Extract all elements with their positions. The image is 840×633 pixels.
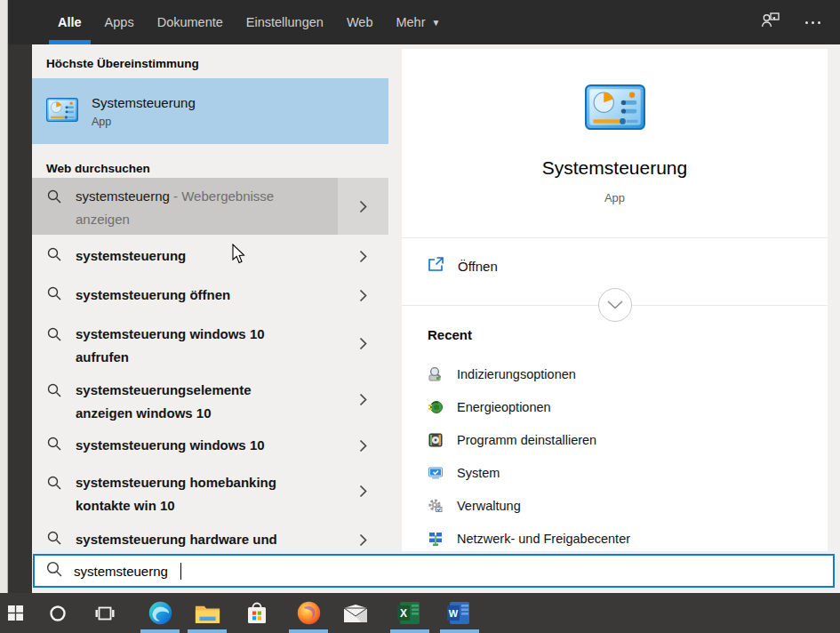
chevron-right-icon[interactable] — [338, 464, 388, 517]
tab-mehr[interactable]: Mehr ▼ — [384, 0, 452, 44]
mail-button[interactable] — [335, 593, 376, 633]
edge-icon — [148, 600, 173, 626]
control-panel-icon — [46, 98, 78, 125]
recent-item-programm-deinstallieren[interactable]: Programm deinstallieren — [428, 423, 813, 456]
chevron-right-icon[interactable] — [338, 316, 388, 371]
search-icon — [47, 437, 61, 454]
search-icon — [47, 327, 61, 345]
search-header-bar: Alle Apps Dokumente Einstellungen Web Me… — [8, 0, 840, 44]
mail-icon — [343, 604, 368, 623]
start-button[interactable] — [0, 593, 36, 633]
tab-apps[interactable]: Apps — [93, 0, 146, 44]
store-button[interactable] — [236, 593, 277, 633]
store-icon — [245, 600, 268, 626]
recent-item-netzwerk-freigabecenter[interactable]: Netzwerk- und Freigabecenter — [428, 522, 813, 555]
feedback-icon[interactable] — [761, 12, 780, 33]
taskbar: X W — [0, 593, 840, 633]
search-icon — [47, 531, 61, 549]
power-options-icon — [428, 399, 444, 415]
recent-item-energieoptionen[interactable]: Energieoptionen — [428, 390, 813, 423]
running-indicator — [390, 629, 429, 633]
network-sharing-icon — [428, 531, 444, 547]
task-view-button[interactable] — [84, 593, 125, 633]
search-filter-tabs: Alle Apps Dokumente Einstellungen Web Me… — [46, 0, 452, 44]
web-suggestion-row[interactable]: systemsteuerung windows 10 aufrufen — [32, 316, 388, 371]
best-match-header: Höchste Übereinstimmung — [46, 57, 199, 70]
recent-header: Recent — [428, 327, 472, 342]
chevron-right-icon[interactable] — [338, 178, 388, 235]
preview-app-subtitle: App — [402, 191, 828, 204]
recent-list: Indizierungsoptionen Energieoptionen Pro… — [428, 357, 813, 555]
chevron-down-icon — [607, 300, 623, 309]
web-suggestion-row[interactable]: systemsteuerung öffnen — [32, 277, 388, 313]
search-icon — [46, 561, 62, 581]
search-input[interactable]: systemsteuerng — [33, 554, 835, 588]
system-icon — [428, 465, 444, 481]
recent-item-indizierungsoptionen[interactable]: Indizierungsoptionen — [428, 357, 813, 390]
search-icon — [47, 476, 61, 493]
excel-icon: X — [397, 601, 422, 625]
svg-text:X: X — [400, 607, 407, 620]
word-icon: W — [447, 601, 472, 625]
chevron-right-icon[interactable] — [338, 238, 388, 274]
window-side-strip — [8, 0, 32, 593]
web-suggestion-row[interactable]: systemsteuerung hardware und — [32, 523, 388, 557]
search-icon — [47, 383, 61, 401]
expand-results-button[interactable] — [598, 288, 632, 322]
search-query-text: systemsteuerng — [74, 564, 168, 579]
search-icon — [47, 286, 61, 304]
web-search-header: Web durchsuchen — [46, 162, 150, 175]
more-options-icon[interactable] — [805, 21, 820, 24]
best-match-title: Systemsteuerung — [92, 95, 196, 110]
chevron-down-icon: ▼ — [432, 18, 441, 28]
running-indicator — [289, 629, 328, 633]
chevron-right-icon[interactable] — [338, 523, 388, 557]
task-view-icon — [95, 605, 115, 621]
suggestion-query: systemsteuerng — [76, 188, 170, 204]
best-match-subtitle: App — [92, 116, 196, 128]
web-suggestion-row[interactable]: systemsteuerung homebanking kontakte win… — [32, 464, 388, 517]
web-suggestion-row[interactable]: systemsteuerng - Webergebnisse anzeigen — [32, 178, 388, 235]
tab-alle[interactable]: Alle — [46, 0, 93, 44]
running-indicator — [140, 629, 180, 633]
tab-dokumente[interactable]: Dokumente — [146, 0, 235, 44]
admin-tools-icon — [428, 498, 444, 514]
tab-einstellungen[interactable]: Einstellungen — [235, 0, 335, 44]
firefox-icon — [296, 600, 322, 626]
recent-item-system[interactable]: System — [428, 456, 813, 489]
running-indicator — [188, 629, 227, 633]
edge-button[interactable] — [140, 593, 180, 633]
windows-search-flyout: Alle Apps Dokumente Einstellungen Web Me… — [0, 0, 840, 633]
chevron-right-icon[interactable] — [338, 372, 388, 427]
text-caret — [180, 563, 182, 580]
launch-icon — [428, 256, 444, 276]
control-panel-icon — [585, 84, 645, 133]
best-match-item[interactable]: Systemsteuerung App — [32, 78, 388, 144]
chevron-right-icon[interactable] — [338, 429, 388, 462]
uninstall-program-icon — [428, 432, 444, 448]
mouse-cursor — [231, 244, 246, 268]
open-label: Öffnen — [458, 259, 498, 274]
chevron-right-icon[interactable] — [338, 277, 388, 313]
firefox-button[interactable] — [288, 593, 329, 633]
word-button[interactable]: W — [439, 593, 480, 633]
preview-app-title: Systemsteuerung — [402, 157, 828, 179]
cortana-button[interactable] — [37, 593, 78, 633]
file-explorer-button[interactable] — [187, 593, 228, 633]
desktop-edge — [0, 0, 8, 593]
web-suggestion-row[interactable]: systemsteuerungselemente anzeigen window… — [32, 372, 388, 427]
search-results-panel: Höchste Übereinstimmung — [32, 44, 388, 554]
search-icon — [47, 247, 61, 265]
cortana-icon — [49, 605, 67, 622]
tab-web[interactable]: Web — [335, 0, 385, 44]
recent-item-verwaltung[interactable]: Verwaltung — [428, 489, 813, 522]
search-icon — [47, 189, 61, 207]
excel-button[interactable]: X — [389, 593, 430, 633]
open-action[interactable]: Öffnen — [428, 256, 498, 276]
windows-logo-icon — [8, 605, 23, 621]
web-suggestion-row[interactable]: systemsteuerung — [32, 238, 388, 274]
indexing-options-icon — [428, 366, 444, 382]
file-explorer-icon — [195, 603, 220, 624]
svg-text:W: W — [449, 608, 459, 619]
web-suggestion-row[interactable]: systemsteuerung windows 10 — [32, 429, 388, 462]
